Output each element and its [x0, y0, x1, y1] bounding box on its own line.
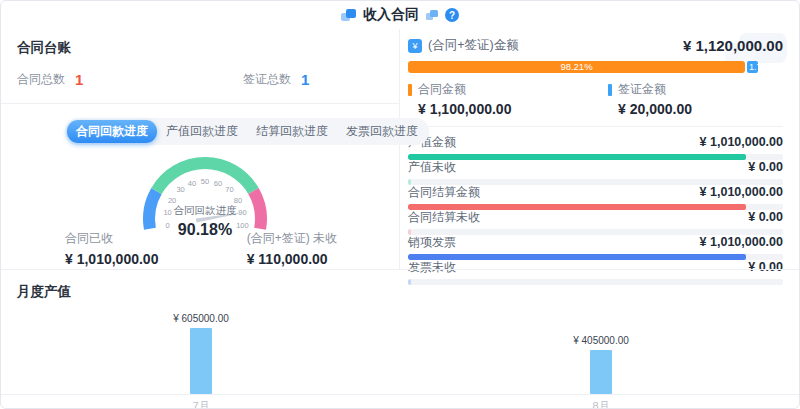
- bar-august-value-label: ¥ 405000.00: [573, 335, 629, 346]
- payback-gauge: 0102030405060708090100合同回款进度 90.18%: [65, 147, 345, 239]
- contract-amount-marker-icon: [408, 84, 412, 96]
- svg-text:30: 30: [176, 185, 184, 194]
- svg-text:90: 90: [238, 208, 246, 217]
- amount-split-bar: 98.21% 1.79%: [408, 61, 758, 73]
- stat-contract-received: 合同已收 ¥ 1,010,000.00: [65, 230, 158, 267]
- metric-row-output-unreceived: 产值未收¥ 0.00: [408, 159, 783, 184]
- payback-progress-panel: 合同回款进度 产值回款进度 结算回款进度 发票回款进度 010203040506…: [1, 104, 399, 269]
- svg-text:合同回款进度: 合同回款进度: [174, 204, 238, 216]
- bar-slot-august: ¥ 405000.00: [401, 335, 800, 394]
- svg-text:70: 70: [225, 185, 233, 194]
- bar-august: [590, 350, 612, 394]
- visa-amount-marker-icon: [608, 84, 612, 96]
- x-tick-july: 7月: [1, 399, 401, 409]
- summary-bar-contract: 98.21%: [408, 61, 745, 73]
- page-title: 收入合同: [363, 6, 419, 24]
- visa-amount-value: ¥ 20,000.00: [618, 101, 783, 117]
- money-icon: ¥: [408, 39, 422, 53]
- legend-visa-amount: 签证金额: [608, 81, 783, 98]
- monthly-x-axis: 7月 8月: [1, 399, 800, 409]
- summary-bar-visa: 1.79%: [747, 61, 758, 73]
- metric-rows: 产值金额¥ 1,010,000.00 产值未收¥ 0.00 合同结算金额¥ 1,…: [408, 134, 783, 284]
- stat-visa-count: 签证总数 1: [243, 71, 309, 88]
- metric-row-output-invoice: 销项发票¥ 1,010,000.00: [408, 234, 783, 259]
- svg-text:100: 100: [236, 221, 249, 230]
- tab-output-payback-progress[interactable]: 产值回款进度: [157, 120, 247, 143]
- x-tick-august: 8月: [401, 399, 800, 409]
- stat-visa-count-value: 1: [301, 71, 309, 88]
- total-amount-label: (合同+签证)金额: [428, 37, 519, 54]
- ledger-stats: 合同总数 1 签证总数 1: [17, 71, 383, 88]
- svg-text:0: 0: [166, 221, 170, 230]
- stat-contract-visa-unreceived: (合同+签证) 未收 ¥ 110,000.00: [247, 230, 337, 267]
- monthly-output-panel: 月度产值 ¥ 605000.00 ¥ 405000.00 7月 8月: [1, 269, 800, 409]
- stat-contract-count-value: 1: [75, 71, 83, 88]
- decoration-icon: [426, 10, 438, 20]
- total-amount-summary: ¥ (合同+签证)金额 ¥ 1,120,000.00 98.21% 1.79% …: [408, 37, 783, 127]
- monthly-output-title: 月度产值: [17, 283, 800, 301]
- ledger-title: 合同台账: [17, 39, 383, 57]
- bar-july: [190, 328, 212, 394]
- legend-contract-amount: 合同金额: [408, 81, 608, 98]
- tab-settlement-payback-progress[interactable]: 结算回款进度: [247, 120, 337, 143]
- stat-contract-count-label: 合同总数: [17, 71, 65, 88]
- monthly-bar-chart: ¥ 605000.00 ¥ 405000.00: [1, 305, 800, 395]
- svg-text:10: 10: [163, 208, 171, 217]
- amount-legend: 合同金额 ¥ 1,100,000.00 签证金额 ¥ 20,000.00: [408, 81, 783, 117]
- total-amount-value: ¥ 1,120,000.00: [683, 37, 783, 54]
- svg-text:60: 60: [214, 179, 222, 188]
- bar-slot-july: ¥ 605000.00: [1, 313, 401, 394]
- gauge-stats: 合同已收 ¥ 1,010,000.00 (合同+签证) 未收 ¥ 110,000…: [65, 230, 337, 267]
- svg-text:50: 50: [201, 177, 209, 186]
- tab-invoice-payback-progress[interactable]: 发票回款进度: [337, 120, 427, 143]
- income-contract-dashboard: 收入合同 ? 合同台账 合同总数 1 签证总数 1 ¥ (合同+签证)金额: [0, 0, 800, 409]
- contract-amount-value: ¥ 1,100,000.00: [418, 101, 608, 117]
- svg-text:40: 40: [188, 179, 196, 188]
- contract-ledger-panel: 合同台账 合同总数 1 签证总数 1: [1, 29, 399, 104]
- contract-folder-icon: [341, 9, 356, 22]
- metric-row-settlement-unreceived: 合同结算未收¥ 0.00: [408, 209, 783, 234]
- amounts-panel: ¥ (合同+签证)金额 ¥ 1,120,000.00 98.21% 1.79% …: [399, 29, 800, 269]
- help-icon[interactable]: ?: [445, 8, 459, 22]
- progress-tabs: 合同回款进度 产值回款进度 结算回款进度 发票回款进度: [65, 118, 429, 145]
- metric-row-settlement-amount: 合同结算金额¥ 1,010,000.00: [408, 184, 783, 209]
- stat-contract-count: 合同总数 1: [17, 71, 243, 88]
- bar-july-value-label: ¥ 605000.00: [173, 313, 229, 324]
- tab-contract-payback-progress[interactable]: 合同回款进度: [67, 120, 157, 143]
- metric-row-output-value: 产值金额¥ 1,010,000.00: [408, 134, 783, 159]
- stat-visa-count-label: 签证总数: [243, 71, 291, 88]
- page-header: 收入合同 ?: [1, 1, 799, 29]
